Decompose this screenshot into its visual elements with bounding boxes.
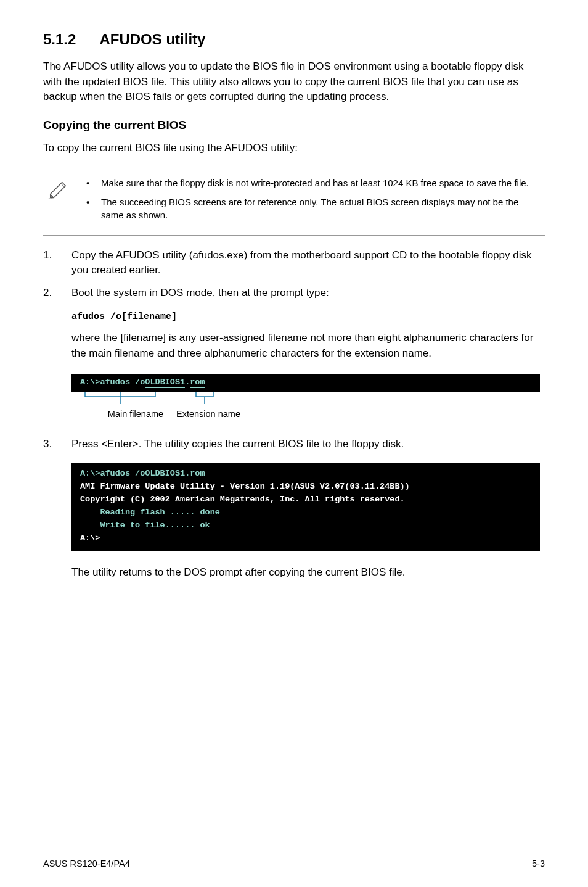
main-filename-label: Main filename <box>84 409 187 419</box>
note-item: Make sure that the floppy disk is not wr… <box>86 176 540 189</box>
section-number: 5.1.2 <box>43 31 76 48</box>
step-number: 3. <box>43 437 52 452</box>
terminal-line: A:\>afudos /oOLDBIOS1.rom <box>80 469 205 478</box>
terminal-line: Copyright (C) 2002 American Megatrends, … <box>80 495 405 504</box>
terminal-line: Reading flash ..... done <box>80 508 220 517</box>
bracket-labels: Main filename Extension name <box>71 392 545 426</box>
copying-heading: Copying the current BIOS <box>43 118 545 132</box>
extension-label: Extension name <box>176 409 229 419</box>
step-list-cont: 3. Press <Enter>. The utility copies the… <box>43 437 545 452</box>
footer-left: ASUS RS120-E4/PA4 <box>43 859 130 868</box>
footer-page-number: 5-3 <box>532 859 545 868</box>
step-list: 1. Copy the AFUDOS utility (afudos.exe) … <box>43 248 545 301</box>
section-heading: 5.1.2AFUDOS utility <box>43 31 545 48</box>
closing-paragraph: The utility returns to the DOS prompt af… <box>71 565 545 580</box>
terminal-output-2: A:\>afudos /oOLDBIOS1.rom AMI Firmware U… <box>71 463 540 551</box>
step-item: 3. Press <Enter>. The utility copies the… <box>43 437 545 452</box>
terminal-line: A:\> <box>80 534 100 543</box>
main-filename-bracket: Main filename <box>84 392 187 419</box>
step-text: Boot the system in DOS mode, then at the… <box>71 287 329 299</box>
section-title: AFUDOS utility <box>99 31 205 47</box>
step-text: Press <Enter>. The utility copies the cu… <box>71 438 404 450</box>
note-block: Make sure that the floppy disk is not wr… <box>43 170 545 236</box>
terminal-line: Write to file...... ok <box>80 521 210 530</box>
step-number: 2. <box>43 286 52 301</box>
intro-paragraph: The AFUDOS utility allows you to update … <box>43 59 545 105</box>
code-description: where the [filename] is any user-assigne… <box>71 331 545 361</box>
terminal-output-1: A:\>afudos /oOLDBIOS1.rom <box>71 374 540 392</box>
step-text: Copy the AFUDOS utility (afudos.exe) fro… <box>71 249 531 276</box>
terminal-line: A:\>afudos /oOLDBIOS1.rom <box>80 377 205 388</box>
step-number: 1. <box>43 248 52 263</box>
pencil-icon <box>43 176 74 204</box>
copying-intro: To copy the current BIOS file using the … <box>43 141 545 156</box>
extension-bracket: Extension name <box>195 392 229 419</box>
note-list: Make sure that the floppy disk is not wr… <box>74 176 540 228</box>
note-item: The succeeding BIOS screens are for refe… <box>86 196 540 221</box>
step-item: 2. Boot the system in DOS mode, then at … <box>43 286 545 301</box>
page-footer: ASUS RS120-E4/PA4 5-3 <box>43 852 545 868</box>
terminal-line: AMI Firmware Update Utility - Version 1.… <box>80 482 410 491</box>
step-item: 1. Copy the AFUDOS utility (afudos.exe) … <box>43 248 545 278</box>
code-command: afudos /o[filename] <box>71 311 545 322</box>
